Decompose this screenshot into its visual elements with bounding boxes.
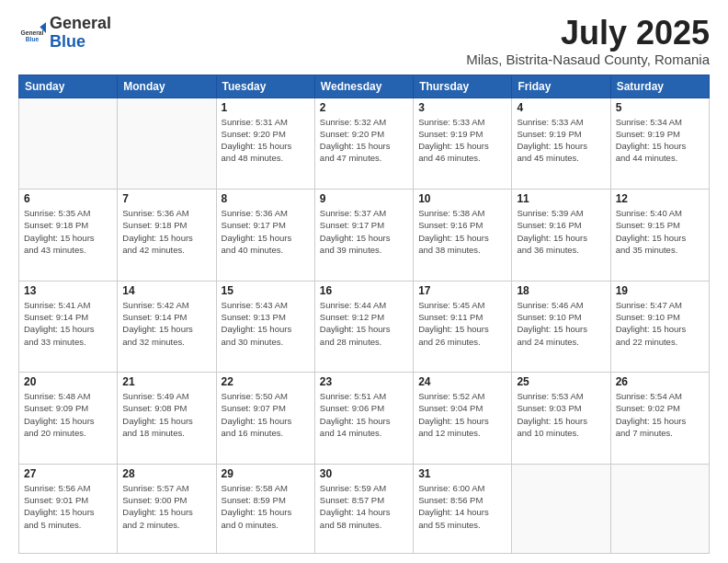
calendar-cell: 11Sunrise: 5:39 AM Sunset: 9:16 PM Dayli… bbox=[512, 190, 610, 282]
calendar-cell: 24Sunrise: 5:52 AM Sunset: 9:04 PM Dayli… bbox=[414, 373, 512, 465]
day-number: 31 bbox=[418, 467, 506, 480]
day-info: Sunrise: 6:00 AM Sunset: 8:56 PM Dayligh… bbox=[418, 482, 506, 531]
day-number: 21 bbox=[122, 375, 210, 388]
location-subtitle: Milas, Bistrita-Nasaud County, Romania bbox=[466, 52, 710, 67]
day-info: Sunrise: 5:37 AM Sunset: 9:17 PM Dayligh… bbox=[320, 207, 408, 256]
day-info: Sunrise: 5:42 AM Sunset: 9:14 PM Dayligh… bbox=[122, 299, 210, 348]
svg-text:Blue: Blue bbox=[26, 36, 40, 42]
day-number: 16 bbox=[320, 284, 408, 297]
day-info: Sunrise: 5:45 AM Sunset: 9:11 PM Dayligh… bbox=[418, 299, 506, 348]
day-number: 6 bbox=[24, 192, 112, 205]
day-info: Sunrise: 5:38 AM Sunset: 9:16 PM Dayligh… bbox=[418, 207, 506, 256]
calendar-cell: 9Sunrise: 5:37 AM Sunset: 9:17 PM Daylig… bbox=[314, 190, 413, 282]
page: General Blue General Blue July 2025 Mila… bbox=[0, 0, 728, 563]
day-number: 11 bbox=[517, 192, 605, 205]
day-number: 24 bbox=[418, 375, 506, 388]
calendar-cell: 5Sunrise: 5:34 AM Sunset: 9:19 PM Daylig… bbox=[610, 98, 709, 190]
calendar-cell: 12Sunrise: 5:40 AM Sunset: 9:15 PM Dayli… bbox=[610, 190, 709, 282]
day-info: Sunrise: 5:49 AM Sunset: 9:08 PM Dayligh… bbox=[122, 390, 210, 439]
weekday-header: Thursday bbox=[414, 75, 512, 98]
header: General Blue General Blue July 2025 Mila… bbox=[18, 15, 710, 67]
day-number: 23 bbox=[320, 375, 408, 388]
calendar-cell: 16Sunrise: 5:44 AM Sunset: 9:12 PM Dayli… bbox=[314, 281, 413, 373]
day-number: 1 bbox=[222, 101, 310, 114]
day-info: Sunrise: 5:31 AM Sunset: 9:20 PM Dayligh… bbox=[222, 116, 310, 165]
weekday-header: Sunday bbox=[19, 75, 118, 98]
weekday-header: Saturday bbox=[610, 75, 709, 98]
month-title: July 2025 bbox=[466, 15, 710, 52]
day-info: Sunrise: 5:43 AM Sunset: 9:13 PM Dayligh… bbox=[222, 299, 310, 348]
day-number: 2 bbox=[320, 101, 408, 114]
calendar-cell: 8Sunrise: 5:36 AM Sunset: 9:17 PM Daylig… bbox=[216, 190, 314, 282]
calendar-cell: 6Sunrise: 5:35 AM Sunset: 9:18 PM Daylig… bbox=[19, 190, 118, 282]
day-info: Sunrise: 5:59 AM Sunset: 8:57 PM Dayligh… bbox=[320, 482, 408, 531]
title-block: July 2025 Milas, Bistrita-Nasaud County,… bbox=[466, 15, 710, 67]
day-info: Sunrise: 5:36 AM Sunset: 9:17 PM Dayligh… bbox=[222, 207, 310, 256]
logo: General Blue General Blue bbox=[18, 15, 111, 52]
calendar-cell bbox=[118, 98, 216, 190]
calendar-cell: 31Sunrise: 6:00 AM Sunset: 8:56 PM Dayli… bbox=[414, 464, 512, 553]
calendar-cell: 18Sunrise: 5:46 AM Sunset: 9:10 PM Dayli… bbox=[512, 281, 610, 373]
day-info: Sunrise: 5:41 AM Sunset: 9:14 PM Dayligh… bbox=[24, 299, 112, 348]
day-info: Sunrise: 5:54 AM Sunset: 9:02 PM Dayligh… bbox=[616, 390, 704, 439]
day-info: Sunrise: 5:35 AM Sunset: 9:18 PM Dayligh… bbox=[24, 207, 112, 256]
day-info: Sunrise: 5:36 AM Sunset: 9:18 PM Dayligh… bbox=[122, 207, 210, 256]
day-number: 8 bbox=[222, 192, 310, 205]
calendar-cell bbox=[610, 464, 709, 553]
logo-blue-text: Blue bbox=[50, 32, 85, 51]
calendar-header-row: SundayMondayTuesdayWednesdayThursdayFrid… bbox=[19, 75, 710, 98]
calendar-week-row: 6Sunrise: 5:35 AM Sunset: 9:18 PM Daylig… bbox=[19, 190, 710, 282]
day-number: 10 bbox=[418, 192, 506, 205]
day-info: Sunrise: 5:46 AM Sunset: 9:10 PM Dayligh… bbox=[517, 299, 605, 348]
calendar-cell: 30Sunrise: 5:59 AM Sunset: 8:57 PM Dayli… bbox=[314, 464, 413, 553]
day-number: 25 bbox=[517, 375, 605, 388]
calendar-cell: 17Sunrise: 5:45 AM Sunset: 9:11 PM Dayli… bbox=[414, 281, 512, 373]
day-info: Sunrise: 5:32 AM Sunset: 9:20 PM Dayligh… bbox=[320, 116, 408, 165]
day-number: 28 bbox=[122, 467, 210, 480]
calendar-cell: 27Sunrise: 5:56 AM Sunset: 9:01 PM Dayli… bbox=[19, 464, 118, 553]
day-number: 13 bbox=[24, 284, 112, 297]
calendar-cell: 26Sunrise: 5:54 AM Sunset: 9:02 PM Dayli… bbox=[610, 373, 709, 465]
day-number: 29 bbox=[222, 467, 310, 480]
day-number: 4 bbox=[517, 101, 605, 114]
day-info: Sunrise: 5:50 AM Sunset: 9:07 PM Dayligh… bbox=[222, 390, 310, 439]
day-number: 17 bbox=[418, 284, 506, 297]
day-number: 14 bbox=[122, 284, 210, 297]
calendar-week-row: 13Sunrise: 5:41 AM Sunset: 9:14 PM Dayli… bbox=[19, 281, 710, 373]
calendar-cell: 14Sunrise: 5:42 AM Sunset: 9:14 PM Dayli… bbox=[118, 281, 216, 373]
calendar-cell: 28Sunrise: 5:57 AM Sunset: 9:00 PM Dayli… bbox=[118, 464, 216, 553]
calendar-week-row: 20Sunrise: 5:48 AM Sunset: 9:09 PM Dayli… bbox=[19, 373, 710, 465]
calendar-cell: 2Sunrise: 5:32 AM Sunset: 9:20 PM Daylig… bbox=[314, 98, 413, 190]
day-info: Sunrise: 5:53 AM Sunset: 9:03 PM Dayligh… bbox=[517, 390, 605, 439]
day-info: Sunrise: 5:48 AM Sunset: 9:09 PM Dayligh… bbox=[24, 390, 112, 439]
day-info: Sunrise: 5:58 AM Sunset: 8:59 PM Dayligh… bbox=[222, 482, 310, 531]
calendar-cell: 23Sunrise: 5:51 AM Sunset: 9:06 PM Dayli… bbox=[314, 373, 413, 465]
calendar-cell: 19Sunrise: 5:47 AM Sunset: 9:10 PM Dayli… bbox=[610, 281, 709, 373]
calendar-cell: 22Sunrise: 5:50 AM Sunset: 9:07 PM Dayli… bbox=[216, 373, 314, 465]
day-number: 22 bbox=[222, 375, 310, 388]
day-number: 19 bbox=[616, 284, 704, 297]
weekday-header: Friday bbox=[512, 75, 610, 98]
calendar-cell: 1Sunrise: 5:31 AM Sunset: 9:20 PM Daylig… bbox=[216, 98, 314, 190]
day-info: Sunrise: 5:47 AM Sunset: 9:10 PM Dayligh… bbox=[616, 299, 704, 348]
day-number: 20 bbox=[24, 375, 112, 388]
calendar-week-row: 1Sunrise: 5:31 AM Sunset: 9:20 PM Daylig… bbox=[19, 98, 710, 190]
day-info: Sunrise: 5:33 AM Sunset: 9:19 PM Dayligh… bbox=[517, 116, 605, 165]
day-number: 3 bbox=[418, 101, 506, 114]
day-info: Sunrise: 5:40 AM Sunset: 9:15 PM Dayligh… bbox=[616, 207, 704, 256]
day-info: Sunrise: 5:33 AM Sunset: 9:19 PM Dayligh… bbox=[418, 116, 506, 165]
day-number: 30 bbox=[320, 467, 408, 480]
logo-icon: General Blue bbox=[18, 19, 46, 47]
day-number: 18 bbox=[517, 284, 605, 297]
calendar-cell: 20Sunrise: 5:48 AM Sunset: 9:09 PM Dayli… bbox=[19, 373, 118, 465]
calendar-cell: 3Sunrise: 5:33 AM Sunset: 9:19 PM Daylig… bbox=[414, 98, 512, 190]
svg-text:General: General bbox=[21, 29, 44, 35]
day-number: 9 bbox=[320, 192, 408, 205]
calendar-cell bbox=[19, 98, 118, 190]
calendar-cell: 29Sunrise: 5:58 AM Sunset: 8:59 PM Dayli… bbox=[216, 464, 314, 553]
day-number: 27 bbox=[24, 467, 112, 480]
calendar-cell: 21Sunrise: 5:49 AM Sunset: 9:08 PM Dayli… bbox=[118, 373, 216, 465]
calendar-cell: 7Sunrise: 5:36 AM Sunset: 9:18 PM Daylig… bbox=[118, 190, 216, 282]
weekday-header: Monday bbox=[118, 75, 216, 98]
day-number: 7 bbox=[122, 192, 210, 205]
